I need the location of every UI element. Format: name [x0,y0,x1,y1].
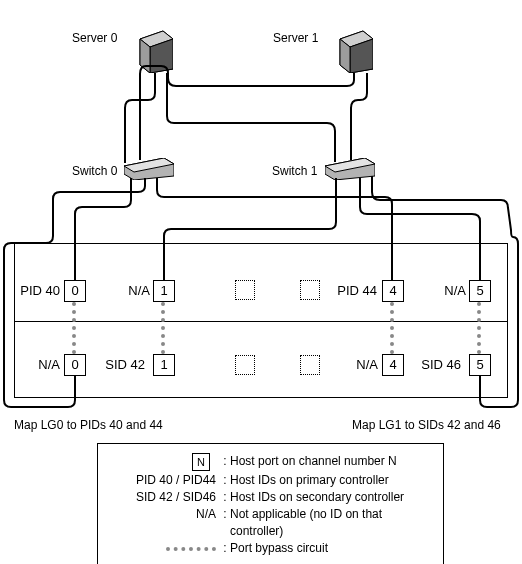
map-left: Map LG0 to PIDs 40 and 44 [14,418,163,432]
top-port5-id: N/A [424,283,466,298]
top-port1: 1 [153,280,175,302]
bypass4 [390,302,394,354]
controller-divider [15,321,507,322]
switch1-icon [325,158,375,180]
bypass0 [72,302,76,354]
bot-port5-id: SID 46 [419,357,461,372]
bot-port4: 4 [382,354,404,376]
server0-label: Server 0 [72,31,117,45]
legend-row-pid: PID 40 / PID44 : Host IDs on primary con… [108,472,433,488]
bypass5 [477,302,481,354]
controller-frame [14,243,508,398]
top-empty-2 [235,280,255,300]
legend-pid-desc: Host IDs on primary controller [230,472,433,488]
switch0-label: Switch 0 [72,164,117,178]
top-empty-3 [300,280,320,300]
legend-row-sid: SID 42 / SID46 : Host IDs on secondary c… [108,489,433,505]
server1-icon [335,27,373,73]
bot-port0-id: N/A [18,357,60,372]
legend-pid-key: PID 40 / PID44 [108,472,220,488]
bot-empty-2 [235,355,255,375]
top-port1-id: N/A [108,283,150,298]
top-port5: 5 [469,280,491,302]
top-port4-id: PID 44 [335,283,377,298]
bot-empty-3 [300,355,320,375]
legend-row-port: N : Host port on channel number N [108,453,433,471]
bypass1 [161,302,165,354]
legend-sid-key: SID 42 / SID46 [108,489,220,505]
top-port0-id: PID 40 [18,283,60,298]
legend-box: N : Host port on channel number N PID 40… [97,443,444,564]
top-port0: 0 [64,280,86,302]
bot-port1-id: SID 42 [103,357,145,372]
bot-port4-id: N/A [336,357,378,372]
switch1-label: Switch 1 [272,164,317,178]
legend-row-na: N/A : Not applicable (no ID on that cont… [108,506,433,538]
map-right: Map LG1 to SIDs 42 and 46 [352,418,501,432]
bot-port1: 1 [153,354,175,376]
legend-port-icon: N [192,453,210,471]
server0-icon [135,27,173,73]
legend-row-bypass: : Port bypass circuit [108,540,433,556]
legend-na-desc: Not applicable (no ID on that controller… [230,506,433,538]
legend-bypass-icon [166,547,216,551]
bot-port0: 0 [64,354,86,376]
legend-bypass-desc: Port bypass circuit [230,540,433,556]
legend-na-key: N/A [108,506,220,538]
top-port4: 4 [382,280,404,302]
switch0-icon [124,158,174,180]
server1-label: Server 1 [273,31,318,45]
legend-port-desc: Host port on channel number N [230,453,433,471]
bot-port5: 5 [469,354,491,376]
legend-sid-desc: Host IDs on secondary controller [230,489,433,505]
